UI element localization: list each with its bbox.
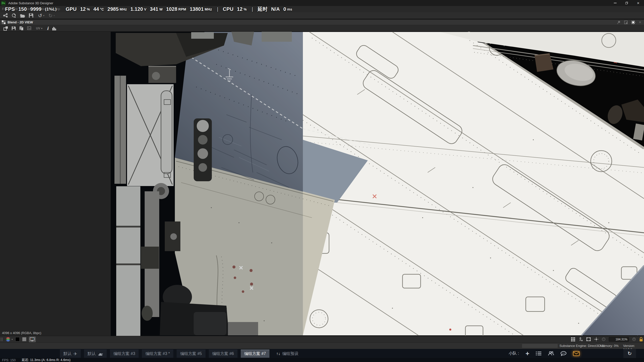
app-logo-icon: Ds (1, 1, 6, 5)
export-image-button[interactable] (27, 26, 32, 30)
view-toolbar: UV▾ i (0, 25, 644, 32)
game-taskbar: 默认 ✈ 默认 编组方案 #3 编组方案 #3 * 编组方案 #5 编组方案 #… (0, 349, 644, 358)
chevron-down-icon: ▾ (41, 27, 43, 30)
focus-view-icon[interactable] (631, 20, 635, 24)
fit-view-button[interactable] (4, 26, 8, 31)
pin-icon[interactable] (617, 21, 621, 24)
drag-handle[interactable] (2, 338, 3, 341)
save-icon (29, 13, 33, 18)
status-bar: Substance Engine: Direct3D 11 Memory: 0%… (0, 342, 644, 349)
latency-counter: 延迟: 11.3ms (A: 6.8ms R: 4.6ms) (22, 358, 70, 362)
mail-button[interactable] (573, 351, 580, 356)
squad-button[interactable] (548, 351, 554, 356)
minimize-button[interactable] (609, 0, 621, 6)
tank-icon (98, 352, 103, 356)
chat-icon (560, 351, 567, 356)
memory-status: Memory: 0% (600, 344, 619, 348)
osd-cpu-label: CPU (223, 6, 233, 12)
osd-latency-value: N/A (271, 6, 280, 12)
tab-scheme-5[interactable]: 编组方案 #5 (177, 350, 205, 358)
pan-icon[interactable] (594, 337, 598, 341)
lock-icon[interactable] (639, 337, 643, 342)
graph-nodes-button[interactable] (3, 13, 8, 18)
osd-gpu-mem: 13801 (190, 6, 204, 12)
menu-bar: File Edit Tools Windows Help FPS 150 999… (0, 6, 644, 12)
zoom-out-button[interactable]: − (602, 338, 605, 341)
zoom-level-input[interactable]: 184.31% (609, 337, 629, 342)
fps-counter: FPS: 150 (2, 358, 16, 362)
osd-latency-ms: 0 (283, 6, 286, 12)
tab-scheme-3[interactable]: 编组方案 #3 (110, 350, 139, 358)
tab-scheme-7[interactable]: 编组方案 #7 (241, 350, 269, 358)
redo-dropdown[interactable]: ▾ (54, 14, 55, 17)
undo-button[interactable]: ↺ (38, 13, 42, 19)
zoom-in-button[interactable]: + (632, 338, 636, 341)
texture-image (0, 32, 644, 336)
save-view-button[interactable] (12, 26, 16, 30)
osd-latency-label: 延时 (258, 6, 268, 13)
mail-icon (573, 351, 580, 356)
osd-gpu-volt: 1.120 (130, 6, 143, 12)
open-button[interactable] (20, 13, 25, 18)
bottom-status-line: FPS: 150 延迟: 11.3ms (A: 6.8ms R: 4.6ms) (0, 358, 644, 362)
mannequin-icon[interactable] (579, 337, 583, 341)
2d-view-canvas[interactable]: 4096 x 4096 (RGBA, 8bpc) (0, 32, 644, 336)
drag-handle[interactable] (1, 338, 1, 341)
tab-default-plane[interactable]: 默认 ✈ (60, 350, 81, 358)
airplane-icon: ✈ (73, 351, 77, 357)
new-package-button[interactable] (12, 13, 17, 18)
resolution-label: 4096 x 4096 (RGBA, 8bpc) (2, 331, 41, 335)
folder-open-icon (20, 13, 25, 18)
tab-scheme-3-modified[interactable]: 编组方案 #3 * (142, 350, 173, 358)
background-swatch-gray[interactable] (22, 337, 26, 341)
tab-group-presets[interactable]: ↑↓ 编组预设 (273, 350, 302, 358)
close-icon: ✕ (637, 1, 640, 5)
osd-gpu-load: 12 (80, 6, 86, 12)
redo-button[interactable]: ↻ (48, 13, 53, 19)
tab-scheme-6[interactable]: 编组方案 #6 (209, 350, 237, 358)
window-title: Adobe Substance 3D Designer (8, 1, 53, 5)
close-button[interactable]: ✕ (632, 0, 644, 6)
float-window-icon[interactable] (624, 21, 628, 24)
histogram-button[interactable] (52, 26, 57, 30)
save-icon (12, 26, 16, 30)
export-image-icon (27, 26, 32, 30)
frame-icon[interactable] (586, 337, 591, 341)
osd-fps-value: 150 (18, 6, 27, 12)
display-mode-button[interactable] (29, 337, 36, 342)
osd-fps-low: 9999 (30, 6, 42, 12)
save-button[interactable] (29, 13, 33, 18)
restore-button[interactable] (621, 0, 632, 6)
team-label: 小队 : (509, 351, 519, 356)
info-button[interactable]: i (47, 26, 48, 31)
histogram-icon (52, 26, 57, 30)
fit-view-icon (4, 26, 8, 31)
panel-close-icon[interactable]: ✕ (639, 20, 641, 24)
chat-button[interactable] (560, 351, 567, 356)
updown-icon: ↑↓ (276, 351, 280, 356)
osd-gpu-label: GPU (66, 6, 76, 12)
layers-dropdown[interactable]: ▾ (6, 337, 13, 342)
osd-gpu-power: 341 (150, 6, 158, 12)
nodes-icon (3, 13, 8, 18)
osd-cpu-load: 12 (237, 6, 243, 12)
tab-default-tank[interactable]: 默认 (84, 350, 107, 358)
people-icon (548, 351, 554, 356)
panel-header: Blend - 2D VIEW ✕ (0, 20, 644, 25)
grid-toggle-icon[interactable] (571, 337, 575, 341)
add-member-button[interactable]: + (526, 351, 529, 356)
uv-mode-dropdown[interactable]: UV▾ (36, 27, 42, 30)
copy-view-button[interactable] (19, 26, 24, 31)
osd-fps-low-label: (1%L) (45, 7, 57, 12)
sync-button[interactable]: ↻ (623, 349, 636, 358)
monitor-rgb-icon (30, 337, 34, 341)
texture-shadow-overlay (111, 32, 303, 336)
osd-fps-label: FPS (5, 6, 15, 12)
undo-dropdown[interactable]: ▾ (43, 14, 45, 17)
list-button[interactable] (536, 351, 541, 356)
osd-gpu-clock: 2985 (107, 6, 119, 12)
list-icon (536, 351, 541, 356)
background-swatch-black[interactable] (15, 337, 20, 341)
osd-gpu-temp: 44 (93, 6, 99, 12)
performance-overlay: FPS 150 9999 (1%L) GPU 12% 44°C 2985MHz … (5, 6, 296, 12)
